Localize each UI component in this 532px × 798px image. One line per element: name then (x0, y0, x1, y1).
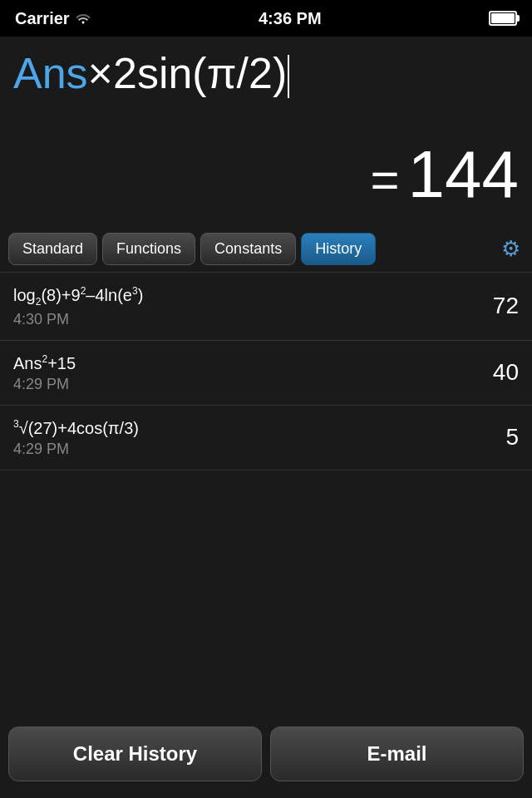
tab-constants[interactable]: Constants (200, 233, 296, 265)
tab-bar: Standard Functions Constants History ⚙ (0, 226, 532, 272)
history-item[interactable]: 3√(27)+4cos(π/3) 4:29 PM 5 (0, 406, 532, 470)
history-expr: Ans2+15 (13, 352, 480, 374)
result-value: 144 (408, 137, 519, 211)
equals-sign: = (370, 152, 399, 208)
tab-functions[interactable]: Functions (102, 233, 195, 265)
history-result: 40 (493, 359, 519, 386)
history-time: 4:30 PM (13, 311, 480, 328)
status-bar: Carrier 4:36 PM (0, 0, 532, 37)
carrier-label: Carrier (15, 9, 70, 28)
tab-standard[interactable]: Standard (8, 233, 97, 265)
battery-indicator (489, 11, 517, 26)
history-item-left: log2(8)+92–4ln(e3) 4:30 PM (13, 284, 480, 328)
time-display: 4:36 PM (259, 9, 322, 28)
tab-history[interactable]: History (301, 233, 376, 265)
bottom-bar: Clear History E-mail (0, 718, 532, 798)
history-result: 72 (493, 293, 519, 319)
text-cursor (288, 55, 289, 98)
expression-rest: ×2sin(π/2) (88, 49, 288, 97)
settings-button[interactable]: ⚙ (498, 233, 524, 265)
carrier-info: Carrier (15, 9, 91, 28)
gear-icon: ⚙ (501, 236, 520, 261)
history-item[interactable]: Ans2+15 4:29 PM 40 (0, 341, 532, 406)
history-item[interactable]: log2(8)+92–4ln(e3) 4:30 PM 72 (0, 272, 532, 341)
history-result: 5 (505, 424, 519, 451)
expression-display: Ans×2sin(π/2) (13, 50, 519, 98)
history-time: 4:29 PM (13, 441, 492, 458)
expression-area: Ans×2sin(π/2) (0, 37, 532, 136)
history-time: 4:29 PM (13, 376, 480, 393)
history-item-left: 3√(27)+4cos(π/3) 4:29 PM (13, 417, 492, 458)
clear-history-button[interactable]: Clear History (8, 727, 262, 781)
email-button[interactable]: E-mail (270, 727, 524, 781)
wifi-icon (75, 9, 91, 28)
history-item-left: Ans2+15 4:29 PM (13, 352, 480, 393)
history-expr: 3√(27)+4cos(π/3) (13, 417, 492, 439)
ans-part: Ans (13, 49, 88, 97)
history-expr: log2(8)+92–4ln(e3) (13, 284, 480, 309)
result-area: =144 (0, 136, 532, 226)
